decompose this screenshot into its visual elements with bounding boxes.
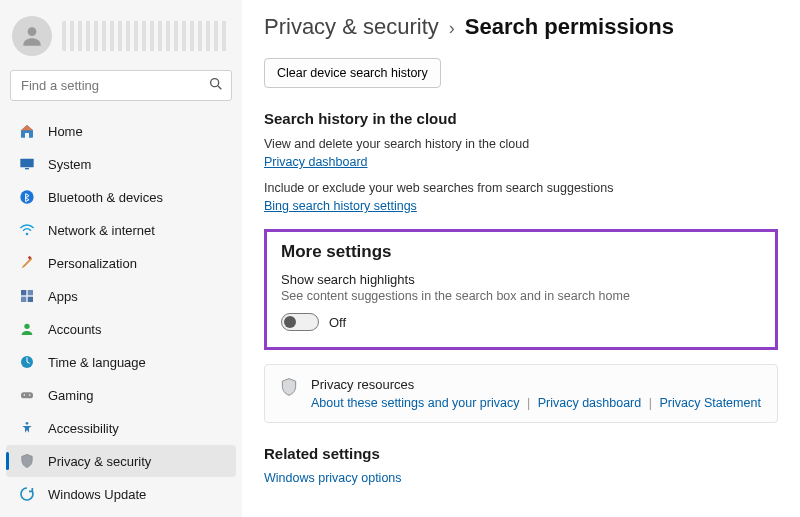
chevron-right-icon: › (449, 18, 455, 39)
search-input[interactable] (10, 70, 232, 101)
accessibility-icon (18, 419, 36, 437)
user-name-redacted (62, 21, 230, 51)
link-separator: | (527, 396, 530, 410)
body-text: Include or exclude your web searches fro… (264, 181, 778, 195)
sidebar-item-personalization[interactable]: Personalization (6, 247, 236, 279)
privacy-dashboard-link[interactable]: Privacy dashboard (264, 155, 368, 169)
sidebar-item-label: Apps (48, 289, 78, 304)
svg-point-1 (211, 79, 219, 87)
svg-rect-10 (21, 297, 26, 302)
main-content: Privacy & security › Search permissions … (242, 0, 800, 517)
clear-history-button[interactable]: Clear device search history (264, 58, 441, 88)
person-icon (19, 23, 45, 49)
svg-point-12 (24, 324, 29, 329)
sidebar-item-label: Gaming (48, 388, 94, 403)
avatar (12, 16, 52, 56)
breadcrumb-parent[interactable]: Privacy & security (264, 14, 439, 40)
breadcrumb: Privacy & security › Search permissions (264, 14, 778, 40)
windows-privacy-options-link[interactable]: Windows privacy options (264, 471, 402, 485)
related-settings-section: Related settings Windows privacy options (264, 445, 778, 485)
page-title: Search permissions (465, 14, 674, 40)
privacy-dashboard-link[interactable]: Privacy dashboard (538, 396, 642, 410)
toggle-state-label: Off (329, 315, 346, 330)
setting-description: See content suggestions in the search bo… (281, 289, 761, 303)
sidebar-item-label: Network & internet (48, 223, 155, 238)
section-title: Related settings (264, 445, 778, 462)
sidebar-item-accessibility[interactable]: Accessibility (6, 412, 236, 444)
svg-point-6 (26, 233, 29, 236)
svg-line-2 (218, 86, 221, 89)
sidebar-item-label: Accounts (48, 322, 101, 337)
user-account-row[interactable] (6, 10, 236, 70)
sidebar-item-apps[interactable]: Apps (6, 280, 236, 312)
accounts-icon (18, 320, 36, 338)
sidebar-item-network[interactable]: Network & internet (6, 214, 236, 246)
settings-search[interactable] (10, 70, 232, 101)
settings-nav: Home System Bluetooth & devices Network … (6, 115, 236, 510)
section-title: More settings (281, 242, 761, 262)
paintbrush-icon (18, 254, 36, 272)
search-highlights-toggle[interactable] (281, 313, 319, 331)
sidebar-item-home[interactable]: Home (6, 115, 236, 147)
svg-rect-9 (28, 290, 33, 295)
svg-rect-8 (21, 290, 26, 295)
section-title: Search history in the cloud (264, 110, 778, 127)
shield-icon (279, 377, 299, 400)
sidebar-item-gaming[interactable]: Gaming (6, 379, 236, 411)
cloud-history-section: Search history in the cloud View and del… (264, 110, 778, 213)
sidebar-item-time-language[interactable]: Time & language (6, 346, 236, 378)
sidebar-item-system[interactable]: System (6, 148, 236, 180)
apps-icon (18, 287, 36, 305)
sidebar-item-label: Privacy & security (48, 454, 151, 469)
system-icon (18, 155, 36, 173)
home-icon (18, 122, 36, 140)
svg-rect-4 (25, 168, 29, 169)
sidebar-item-label: Personalization (48, 256, 137, 271)
shield-icon (18, 452, 36, 470)
setting-label: Show search highlights (281, 272, 761, 287)
card-title: Privacy resources (311, 377, 761, 392)
sidebar-item-label: Accessibility (48, 421, 119, 436)
sidebar-item-label: Home (48, 124, 83, 139)
sidebar-item-bluetooth[interactable]: Bluetooth & devices (6, 181, 236, 213)
svg-rect-3 (20, 159, 33, 168)
wifi-icon (18, 221, 36, 239)
sidebar-item-label: Time & language (48, 355, 146, 370)
svg-point-17 (26, 422, 29, 425)
link-separator: | (649, 396, 652, 410)
sidebar-item-windows-update[interactable]: Windows Update (6, 478, 236, 510)
svg-point-16 (29, 394, 31, 396)
update-icon (18, 485, 36, 503)
sidebar-item-label: System (48, 157, 91, 172)
sidebar-item-label: Bluetooth & devices (48, 190, 163, 205)
about-settings-privacy-link[interactable]: About these settings and your privacy (311, 396, 519, 410)
gamepad-icon (18, 386, 36, 404)
clock-globe-icon (18, 353, 36, 371)
bing-history-settings-link[interactable]: Bing search history settings (264, 199, 417, 213)
svg-point-0 (28, 27, 37, 36)
svg-rect-11 (28, 297, 33, 302)
privacy-resources-card: Privacy resources About these settings a… (264, 364, 778, 423)
sidebar-item-privacy-security[interactable]: Privacy & security (6, 445, 236, 477)
sidebar-item-label: Windows Update (48, 487, 146, 502)
more-settings-section: More settings Show search highlights See… (264, 229, 778, 350)
bluetooth-icon (18, 188, 36, 206)
search-icon (208, 76, 224, 95)
settings-sidebar: Home System Bluetooth & devices Network … (0, 0, 242, 517)
sidebar-item-accounts[interactable]: Accounts (6, 313, 236, 345)
svg-point-15 (24, 394, 26, 396)
privacy-statement-link[interactable]: Privacy Statement (659, 396, 760, 410)
body-text: View and delete your search history in t… (264, 137, 778, 151)
svg-rect-14 (21, 392, 33, 398)
